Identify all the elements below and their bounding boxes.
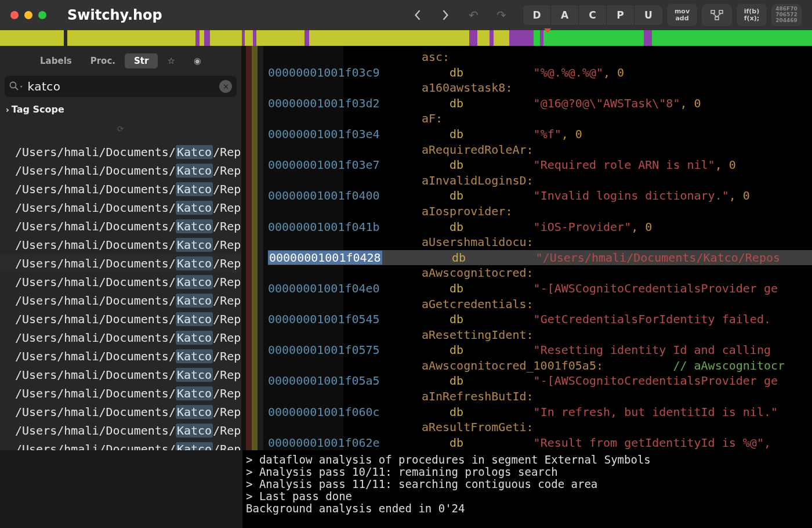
search-row: ▾ ✕	[5, 76, 237, 97]
close-icon[interactable]	[10, 11, 19, 19]
result-line[interactable]: /Users/hmali/Documents/Katco/Repos/	[0, 143, 241, 161]
chevron-right-icon: ›	[6, 105, 9, 114]
titlebar: Switchy.hop ↶ ↷ D A C P U movadd if(b	[0, 0, 812, 30]
console-output: > dataflow analysis of procedures in seg…	[242, 450, 812, 528]
result-line[interactable]: /Users/hmali/Documents/Katco/Repos/	[0, 254, 241, 273]
tag-scope-toggle[interactable]: › Tag Scope	[0, 100, 241, 120]
result-line[interactable]: /Users/hmali/Documents/Katco/Repos/	[0, 291, 241, 310]
result-line[interactable]: /Users/hmali/Documents/Katco/Repos/	[0, 421, 241, 440]
sidebar: Labels Proc. Str ☆ ◉ ▾ ✕ › Tag Scope ⟳ /…	[0, 46, 241, 450]
forward-button[interactable]	[434, 5, 457, 25]
result-line[interactable]: /Users/hmali/Documents/Katco/Repos/	[0, 217, 241, 236]
mode-d[interactable]: D	[523, 5, 551, 25]
window-controls	[10, 11, 46, 19]
filter-tabs: Labels Proc. Str ☆ ◉	[0, 49, 241, 73]
tab-str[interactable]: Str	[125, 53, 158, 68]
svg-rect-2	[715, 17, 719, 20]
mode-segments: D A C P U	[523, 5, 662, 25]
mode-c[interactable]: C	[579, 5, 607, 25]
result-line[interactable]: /Users/hmali/Documents/Katco/Repos/	[0, 347, 241, 366]
result-line[interactable]: /Users/hmali/Documents/Katco/Repos/	[0, 366, 241, 384]
tab-proc[interactable]: Proc.	[81, 53, 125, 68]
zoom-icon[interactable]	[38, 11, 46, 19]
clear-search-button[interactable]: ✕	[219, 80, 232, 93]
search-input[interactable]	[27, 79, 219, 93]
result-line[interactable]: /Users/hmali/Documents/Katco/Repos/	[0, 384, 241, 403]
pseudo-button[interactable]: if(b)f(x);	[737, 4, 767, 26]
minimize-icon[interactable]	[24, 11, 32, 19]
stats-readout: 486F70706572204469	[771, 4, 802, 26]
tab-labels[interactable]: Labels	[31, 53, 81, 68]
result-line[interactable]: /Users/hmali/Documents/Katco/Repos/	[0, 440, 241, 450]
cfg-icon[interactable]	[702, 4, 732, 26]
splitter[interactable]	[241, 46, 246, 450]
mode-u[interactable]: U	[635, 5, 662, 25]
movadd-button[interactable]: movadd	[667, 4, 697, 26]
minimap[interactable]	[0, 30, 812, 46]
tab-star[interactable]: ☆	[158, 53, 184, 68]
search-dropdown-icon[interactable]: ▾	[20, 84, 23, 89]
mode-p[interactable]: P	[607, 5, 635, 25]
window-title: Switchy.hop	[67, 7, 162, 23]
svg-rect-0	[711, 10, 715, 13]
svg-rect-1	[719, 10, 723, 13]
result-line[interactable]: /Users/hmali/Documents/Katco/Repos/	[0, 161, 241, 180]
undo-button[interactable]: ↶	[462, 5, 485, 25]
result-line[interactable]: /Users/hmali/Documents/Katco/Repos/	[0, 198, 241, 217]
redo-button[interactable]: ↷	[490, 5, 513, 25]
search-results: /Users/hmali/Documents/Katco/Repos//User…	[0, 136, 241, 450]
mode-a[interactable]: A	[551, 5, 579, 25]
back-button[interactable]	[406, 5, 429, 25]
result-line[interactable]: /Users/hmali/Documents/Katco/Repos/	[0, 310, 241, 328]
disassembly-view[interactable]: asc:00000001001f03c9 db "%@.%@.%@", 0 a1…	[246, 46, 812, 450]
result-line[interactable]: /Users/hmali/Documents/Katco/Repos/	[0, 180, 241, 198]
result-line[interactable]: /Users/hmali/Documents/Katco/Repos/	[0, 403, 241, 421]
result-line[interactable]: /Users/hmali/Documents/Katco/Repos/	[0, 328, 241, 347]
result-line[interactable]: /Users/hmali/Documents/Katco/Repos/	[0, 273, 241, 291]
search-icon	[9, 80, 19, 93]
tab-tag[interactable]: ◉	[184, 53, 211, 68]
loading-indicator: ⟳	[0, 120, 241, 136]
result-line[interactable]: /Users/hmali/Documents/Katco/Repos/	[0, 236, 241, 254]
svg-point-3	[10, 82, 16, 88]
